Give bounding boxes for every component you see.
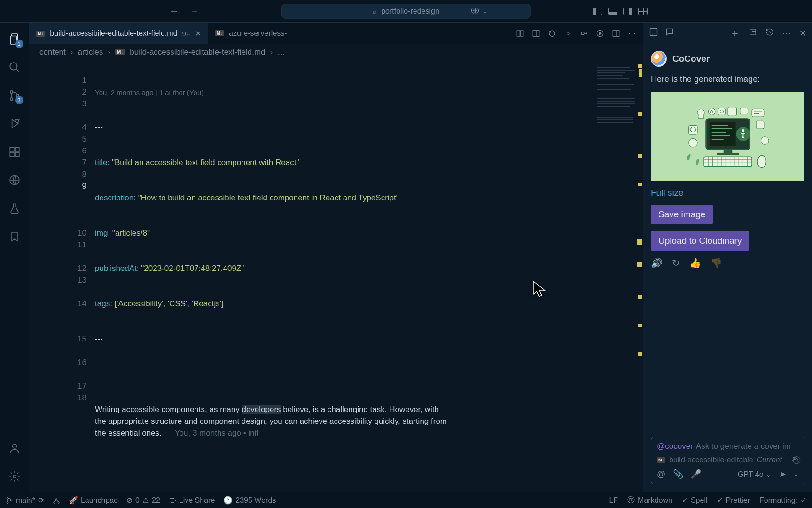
open-window-icon[interactable] xyxy=(749,28,757,39)
status-prettier[interactable]: ✓ Prettier xyxy=(717,496,750,505)
svg-point-26 xyxy=(581,32,584,35)
svg-point-3 xyxy=(476,10,477,11)
status-problems[interactable]: ⊘0 ⚠22 xyxy=(126,496,160,505)
search-icon[interactable] xyxy=(8,60,22,74)
commit-next-icon[interactable] xyxy=(580,29,588,38)
toggle-panel-icon[interactable] xyxy=(608,8,617,15)
close-icon[interactable]: ✕ xyxy=(195,29,201,38)
chat-input[interactable]: @cocover Ask to generate a cover im M↓ b… xyxy=(651,437,804,484)
mic-icon[interactable]: 🎤 xyxy=(691,469,701,479)
model-selector[interactable]: GPT 4o ⌄ xyxy=(738,470,772,479)
status-graph[interactable] xyxy=(53,497,60,504)
editor-group: M↓ build-accessibile-editable-text-field… xyxy=(29,23,643,492)
retry-icon[interactable]: ↻ xyxy=(672,257,680,269)
error-icon: ⊘ xyxy=(126,496,133,505)
at-mention-icon[interactable]: @ xyxy=(657,469,665,479)
clock-icon: 🕐 xyxy=(223,496,233,505)
svg-marker-28 xyxy=(600,32,602,35)
tab-modified-count: 9+ xyxy=(182,30,190,38)
chat-placeholder: Ask to generate a cover im xyxy=(696,442,791,451)
svg-point-9 xyxy=(10,98,12,100)
chat-thread-icon[interactable] xyxy=(665,27,674,39)
open-preview-icon[interactable] xyxy=(532,29,540,38)
svg-rect-23 xyxy=(521,31,523,36)
commit-icon[interactable]: ○ xyxy=(564,29,572,38)
account-icon[interactable] xyxy=(8,441,22,455)
svg-rect-69 xyxy=(728,107,737,116)
chat-tab-icon[interactable] xyxy=(649,27,658,39)
generated-image: A xyxy=(651,92,804,181)
history-icon[interactable] xyxy=(765,28,774,39)
full-size-link[interactable]: Full size xyxy=(651,188,804,198)
bookmark-icon[interactable] xyxy=(8,230,22,244)
testing-icon[interactable] xyxy=(8,201,22,215)
command-center[interactable]: ⌕ portfolio-redesign xyxy=(281,4,531,19)
breadcrumb-segment[interactable]: … xyxy=(277,48,285,57)
toggle-primary-sidebar-icon[interactable] xyxy=(593,8,602,15)
toggle-secondary-sidebar-icon[interactable] xyxy=(623,8,632,15)
compare-changes-icon[interactable] xyxy=(516,29,524,38)
tab-azure-serverless[interactable]: M↓ azure-serverless- xyxy=(208,23,294,44)
close-panel-icon[interactable]: ✕ xyxy=(799,28,806,39)
svg-point-74 xyxy=(7,497,8,499)
nav-back-icon[interactable]: ← xyxy=(169,6,179,16)
remote-icon[interactable] xyxy=(8,173,22,187)
explorer-icon[interactable]: 1 xyxy=(8,32,22,46)
tab-build-accessible[interactable]: M↓ build-accessibile-editable-text-field… xyxy=(29,23,208,44)
upload-cloudinary-button[interactable]: Upload to Cloudinary xyxy=(651,231,749,251)
svg-point-61 xyxy=(688,139,697,148)
sync-icon[interactable]: ⟳ xyxy=(38,496,44,505)
context-label: Current xyxy=(757,456,782,464)
svg-rect-18 xyxy=(15,147,19,151)
editor-content[interactable]: You, 2 months ago | 1 author (You) --- t… xyxy=(95,60,594,492)
status-spell[interactable]: ✓ Spell xyxy=(682,496,708,505)
extensions-icon[interactable] xyxy=(8,145,22,159)
status-liveshare[interactable]: ⮌ Live Share xyxy=(169,496,215,505)
revert-icon[interactable] xyxy=(548,29,556,38)
breadcrumbs[interactable]: content › articles › M↓ build-accessibil… xyxy=(29,44,643,60)
save-image-button[interactable]: Save image xyxy=(651,205,713,224)
copilot-menu[interactable]: ⌄ xyxy=(470,7,488,16)
new-chat-icon[interactable]: ＋ xyxy=(730,26,740,40)
activity-bar: 1 3 xyxy=(0,23,29,492)
more-icon[interactable]: ⋯ xyxy=(628,29,636,38)
check-icon: ✓ xyxy=(717,496,723,505)
breadcrumb-segment[interactable]: content xyxy=(39,48,66,57)
settings-gear-icon[interactable] xyxy=(8,469,22,484)
chevron-down-icon: ⌄ xyxy=(483,8,488,15)
nav-forward-icon[interactable]: → xyxy=(190,6,199,16)
svg-point-76 xyxy=(10,500,12,501)
customize-layout-icon[interactable] xyxy=(638,8,648,15)
status-eol[interactable]: LF xyxy=(609,496,618,505)
thumbs-down-icon[interactable]: 👎 xyxy=(710,257,722,269)
source-control-icon[interactable]: 3 xyxy=(8,88,22,103)
warning-icon: ⚠ xyxy=(142,496,149,505)
breadcrumb-segment[interactable]: articles xyxy=(78,48,103,57)
send-icon[interactable]: ➤ xyxy=(779,469,786,479)
send-menu-icon[interactable]: ⌄ xyxy=(794,471,798,477)
tab-label: azure-serverless- xyxy=(229,29,287,38)
thumbs-up-icon[interactable]: 👍 xyxy=(689,257,701,269)
status-wordcount[interactable]: 🕐 2395 Words xyxy=(223,496,276,505)
chat-mention: @cocover xyxy=(657,442,693,451)
svg-point-75 xyxy=(7,502,8,503)
markdown-icon: M↓ xyxy=(115,49,125,55)
status-language[interactable]: ⓜ Markdown xyxy=(627,495,672,505)
run-icon[interactable] xyxy=(596,29,604,38)
chat-agent-name: CoCover xyxy=(672,54,710,64)
status-branch[interactable]: main* ⟳ xyxy=(6,496,44,505)
status-formatting[interactable]: Formatting: ✓ xyxy=(759,496,806,505)
svg-point-79 xyxy=(58,502,59,503)
attach-icon[interactable]: 📎 xyxy=(673,469,683,479)
svg-rect-31 xyxy=(650,29,657,36)
svg-point-77 xyxy=(54,502,55,503)
status-launchpad[interactable]: 🚀 Launchpad xyxy=(69,496,118,505)
context-file[interactable]: build-accessibile-editable xyxy=(669,456,753,464)
eye-off-icon[interactable]: 👁︎⃠ xyxy=(791,456,798,464)
run-debug-icon[interactable] xyxy=(8,117,22,131)
speaker-icon[interactable]: 🔊 xyxy=(651,257,663,269)
breadcrumb-segment[interactable]: build-accessibile-editable-text-field.md xyxy=(130,48,265,57)
more-icon[interactable]: ⋯ xyxy=(782,28,791,39)
minimap[interactable] xyxy=(594,60,643,492)
split-editor-icon[interactable] xyxy=(612,29,620,38)
